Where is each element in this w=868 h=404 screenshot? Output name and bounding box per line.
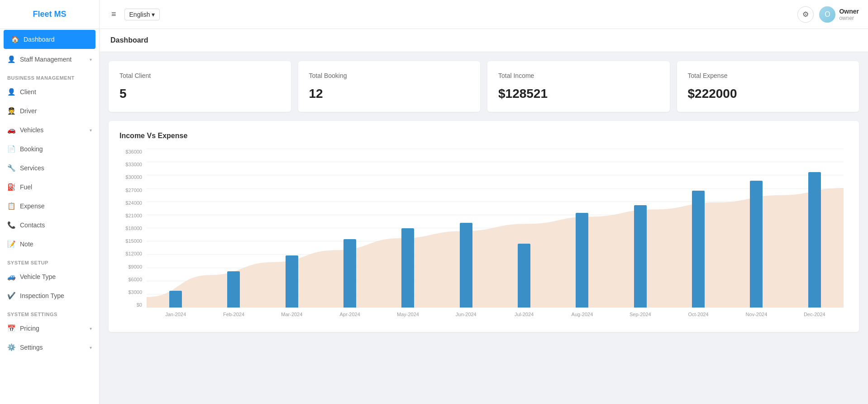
stat-card-2: Total Income$128521	[487, 61, 670, 112]
content-area: Dashboard Total Client5Total Booking12To…	[100, 29, 868, 404]
user-info: Owner owner	[839, 8, 859, 21]
sidebar-item-fuel[interactable]: ⛽Fuel	[0, 178, 99, 197]
sidebar-item-services[interactable]: 🔧Services	[0, 159, 99, 178]
bar-income-9[interactable]	[692, 191, 705, 308]
chart-container: $0$3000$6000$9000$12000$15000$18000$2100…	[119, 149, 848, 321]
sidebar-label-settings: Settings	[20, 344, 43, 351]
sidebar-label-staff-management: Staff Management	[20, 56, 72, 63]
sidebar-item-inspection-type[interactable]: ✔️Inspection Type	[0, 286, 99, 305]
sidebar-item-contacts[interactable]: 📞Contacts	[0, 216, 99, 235]
hamburger-button[interactable]: ≡	[109, 7, 119, 22]
y-label: $15000	[125, 238, 142, 244]
bar-income-10[interactable]	[750, 181, 763, 308]
sidebar: Fleet MS 🏠Dashboard👤Staff Management▾Bus…	[0, 0, 100, 404]
stat-card-0: Total Client5	[109, 61, 291, 112]
client-icon: 👤	[7, 88, 15, 96]
sidebar-label-client: Client	[20, 88, 36, 96]
stat-label-0: Total Client	[119, 72, 280, 79]
sidebar-item-booking[interactable]: 📄Booking	[0, 139, 99, 159]
bar-income-4[interactable]	[401, 228, 414, 308]
bar-income-6[interactable]	[518, 244, 530, 308]
bar-income-7[interactable]	[576, 213, 588, 308]
bar-item-9	[669, 149, 727, 308]
bar-item-0	[147, 149, 205, 308]
booking-icon: 📄	[7, 145, 15, 153]
settings-button[interactable]: ⚙	[797, 6, 814, 23]
y-label: $30000	[125, 174, 142, 180]
sidebar-label-expense: Expense	[20, 202, 44, 210]
y-label: $18000	[125, 226, 142, 231]
contacts-icon: 📞	[7, 221, 15, 229]
y-label: $6000	[128, 277, 142, 282]
sidebar-item-staff-management[interactable]: 👤Staff Management▾	[0, 50, 99, 69]
stats-row: Total Client5Total Booking12Total Income…	[109, 61, 859, 112]
bar-item-11	[786, 149, 844, 308]
stat-label-1: Total Booking	[309, 72, 470, 79]
services-icon: 🔧	[7, 164, 15, 172]
sidebar-arrow-staff-management: ▾	[90, 57, 92, 62]
language-arrow-icon: ▾	[152, 11, 155, 18]
stat-value-2: $128521	[498, 87, 659, 101]
x-label-6: Jul-2024	[495, 312, 553, 317]
x-label-8: Sep-2024	[611, 312, 669, 317]
y-label: $27000	[125, 188, 142, 193]
sidebar-label-note: Note	[20, 240, 33, 248]
bar-item-7	[553, 149, 611, 308]
sidebar-item-note[interactable]: 📝Note	[0, 235, 99, 254]
sidebar-label-pricing: Pricing	[20, 325, 39, 332]
sidebar-item-dashboard[interactable]: 🏠Dashboard	[4, 30, 95, 49]
x-axis: Jan-2024Feb-2024Mar-2024Apr-2024May-2024…	[147, 308, 844, 321]
sidebar-label-vehicles: Vehicles	[20, 126, 43, 134]
language-selector[interactable]: English ▾	[124, 9, 160, 20]
bar-income-8[interactable]	[634, 205, 647, 308]
logo-text: Fleet MS	[33, 10, 66, 19]
y-label: $21000	[125, 213, 142, 218]
sidebar-item-expense[interactable]: 📋Expense	[0, 197, 99, 216]
user-menu[interactable]: O Owner owner	[819, 6, 859, 23]
bar-income-2[interactable]	[286, 255, 298, 308]
bar-income-1[interactable]	[227, 271, 240, 308]
sidebar-label-inspection-type: Inspection Type	[20, 292, 64, 299]
bar-income-11[interactable]	[808, 172, 821, 308]
content-body: Total Client5Total Booking12Total Income…	[100, 52, 868, 341]
expense-icon: 📋	[7, 202, 15, 210]
sidebar-section-section-settings: System Settings	[0, 305, 99, 319]
bar-item-2	[263, 149, 321, 308]
bar-item-5	[437, 149, 495, 308]
sidebar-label-fuel: Fuel	[20, 183, 32, 191]
y-label: $9000	[128, 264, 142, 269]
x-label-0: Jan-2024	[147, 312, 205, 317]
sidebar-label-services: Services	[20, 164, 44, 172]
driver-icon: 🧑‍✈️	[7, 107, 15, 115]
x-label-2: Mar-2024	[263, 312, 321, 317]
sidebar-item-client[interactable]: 👤Client	[0, 82, 99, 101]
x-label-1: Feb-2024	[205, 312, 262, 317]
sidebar-label-booking: Booking	[20, 145, 43, 153]
sidebar-item-settings[interactable]: ⚙️Settings▾	[0, 338, 99, 357]
inspection-type-icon: ✔️	[7, 292, 15, 300]
x-label-5: Jun-2024	[437, 312, 495, 317]
stat-card-1: Total Booking12	[298, 61, 481, 112]
sidebar-item-pricing[interactable]: 📅Pricing▾	[0, 319, 99, 338]
bar-income-0[interactable]	[169, 291, 182, 308]
y-label: $3000	[128, 289, 142, 295]
bar-item-1	[205, 149, 262, 308]
y-label: $12000	[125, 251, 142, 256]
stat-label-2: Total Income	[498, 72, 659, 79]
x-label-3: Apr-2024	[321, 312, 379, 317]
sidebar-item-vehicles[interactable]: 🚗Vehicles▾	[0, 120, 99, 139]
sidebar-arrow-settings: ▾	[90, 345, 92, 350]
stat-label-3: Total Expense	[688, 72, 849, 79]
sidebar-label-driver: Driver	[20, 107, 37, 115]
sidebar-section-section-business: Business Management	[0, 69, 99, 82]
fuel-icon: ⛽	[7, 183, 15, 191]
y-label: $24000	[125, 200, 142, 206]
sidebar-item-vehicle-type[interactable]: 🚙Vehicle Type	[0, 267, 99, 286]
vehicles-icon: 🚗	[7, 126, 15, 134]
x-label-11: Dec-2024	[786, 312, 844, 317]
sidebar-item-driver[interactable]: 🧑‍✈️Driver	[0, 101, 99, 120]
bar-income-5[interactable]	[460, 223, 472, 308]
stat-value-0: 5	[119, 87, 280, 101]
y-label: $0	[137, 302, 142, 308]
bar-income-3[interactable]	[343, 239, 356, 308]
